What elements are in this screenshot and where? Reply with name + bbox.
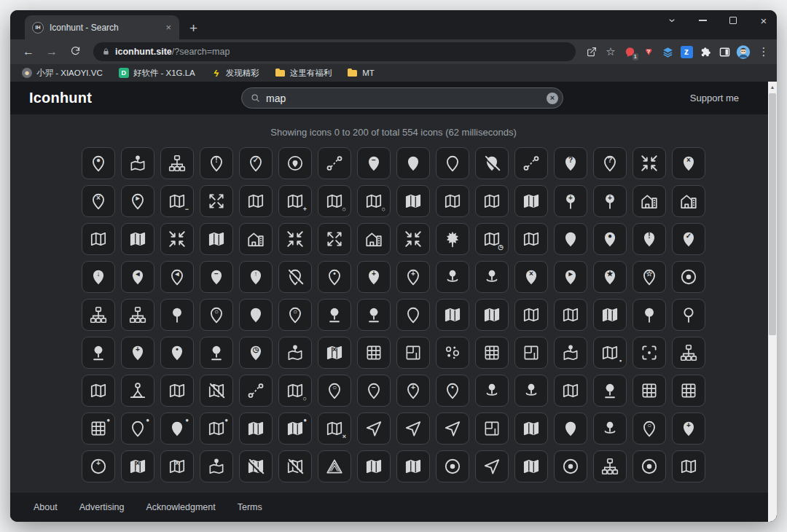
icon-tile-circle-plus[interactable]: +: [82, 450, 115, 482]
icon-tile-map-bookmark[interactable]: ▪: [593, 337, 627, 369]
icon-tile-arrows-minimize[interactable]: [160, 223, 194, 255]
icon-tile-pins-pair[interactable]: [239, 375, 273, 407]
icon-tile-floor-plan-filled[interactable]: [514, 337, 548, 369]
icon-tile-pin-star-filled[interactable]: ★: [593, 261, 627, 293]
icon-tile-pin-ring[interactable]: ○: [318, 375, 351, 407]
icon-tile-house-map[interactable]: [672, 185, 705, 217]
icon-tile-pin-left-filled[interactable]: ◂: [121, 261, 154, 293]
icon-tile-pin-plus-filled[interactable]: +: [357, 261, 391, 293]
browser-menu-icon[interactable]: ⋮: [756, 44, 771, 59]
search-bar[interactable]: ×: [241, 87, 563, 109]
icon-tile-treasure-map[interactable]: ×: [318, 337, 351, 369]
icon-tile-route-dots[interactable]: [514, 147, 548, 179]
icon-tile-pin-down[interactable]: ↓: [82, 261, 115, 293]
icon-tile-pin-solid[interactable]: [239, 299, 273, 331]
icon-tile-route-curve[interactable]: [436, 412, 469, 445]
icon-tile-target-rings[interactable]: [436, 450, 469, 482]
icon-tile-pin-x-filled[interactable]: ×: [672, 147, 705, 179]
reload-button[interactable]: [66, 45, 85, 59]
icon-tile-pin-check-filled[interactable]: ✓: [672, 223, 705, 255]
icon-tile-map-search[interactable]: ○: [318, 185, 351, 217]
tab-search-chevron-icon[interactable]: [666, 15, 678, 26]
icon-tile-pin-plus-bold[interactable]: +: [672, 412, 705, 445]
icon-tile-circle-dot-alt[interactable]: [633, 450, 666, 482]
icon-tile-sitemap-filled[interactable]: [82, 299, 115, 331]
extension-layers-icon[interactable]: [660, 44, 675, 59]
icon-tile-map-search-outline[interactable]: ○: [357, 185, 391, 217]
icon-tile-map-folded-filled[interactable]: [436, 299, 469, 331]
icon-tile-pin-large-filled[interactable]: [554, 412, 587, 445]
icon-tile-trifold-map[interactable]: [82, 375, 115, 407]
icon-tile-pin-plus[interactable]: +: [396, 261, 430, 293]
icon-tile-pin-exclamation[interactable]: !: [200, 147, 233, 179]
bookmark-item-4[interactable]: 这里有福利: [275, 68, 332, 79]
clear-search-icon[interactable]: ×: [547, 93, 558, 104]
icon-tile-map-solid-alt[interactable]: [396, 450, 430, 482]
forward-button[interactable]: →: [42, 45, 61, 58]
extension-heart-icon[interactable]: ♥?: [641, 44, 656, 59]
icon-tile-building-calendar[interactable]: [357, 337, 391, 369]
footer-link-advertising[interactable]: Advertising: [79, 502, 125, 512]
browser-tab[interactable]: IH Iconhunt - Search ×: [25, 15, 179, 39]
icon-tile-floor-plan[interactable]: [396, 337, 430, 369]
icon-tile-map-thin[interactable]: [514, 299, 548, 331]
icon-tile-map-search-alt[interactable]: ○: [278, 375, 312, 407]
icon-tile-mountain-trail[interactable]: [318, 450, 351, 482]
icon-tile-map-off-outline[interactable]: [278, 450, 312, 482]
icon-tile-house-building[interactable]: [357, 223, 391, 255]
icon-tile-person-location[interactable]: [121, 375, 154, 407]
icon-tile-pin-remove[interactable]: −: [357, 375, 391, 407]
icon-tile-flow-blocks[interactable]: [672, 337, 705, 369]
icon-tile-map-pin-outline[interactable]: [278, 337, 312, 369]
icon-tile-pin-question-filled[interactable]: ?: [554, 147, 587, 179]
icon-tile-balloon-base[interactable]: [82, 337, 115, 369]
icon-tile-pin-exclamation-filled[interactable]: !: [633, 223, 666, 255]
icon-tile-pin-notify-filled[interactable]: ●: [160, 412, 194, 445]
icon-tile-pin-user-filled[interactable]: ●: [593, 223, 627, 255]
icon-tile-arrows-minimize-alt[interactable]: [278, 223, 312, 255]
icon-tile-trifold-outline[interactable]: [672, 450, 705, 482]
extension-red-icon[interactable]: 1: [622, 44, 637, 59]
icon-tile-window-grid-filled[interactable]: [672, 375, 705, 407]
icon-tile-anchor-pin[interactable]: [475, 375, 509, 407]
icon-tile-map-outline[interactable]: [475, 185, 509, 217]
icon-tile-map-alt[interactable]: [436, 185, 469, 217]
lock-icon[interactable]: [102, 47, 110, 56]
icon-tile-pin-x[interactable]: ×: [82, 185, 115, 217]
icon-tile-navigation[interactable]: [357, 412, 391, 445]
icon-tile-map-pin-alt[interactable]: [200, 450, 233, 482]
scrollbar-thumb[interactable]: [769, 93, 776, 335]
icon-tile-pin-stand-filled[interactable]: [318, 299, 351, 331]
icon-tile-map-fold-outline[interactable]: [554, 375, 587, 407]
icon-tile-arrows-minimize-b[interactable]: [396, 223, 430, 255]
icon-tile-pin-check[interactable]: ✓: [239, 147, 273, 179]
side-panel-icon[interactable]: [717, 44, 732, 59]
search-input[interactable]: [266, 93, 541, 104]
icon-tile-pin-dot[interactable]: •: [318, 261, 351, 293]
share-icon[interactable]: [584, 44, 599, 59]
extensions-puzzle-icon[interactable]: [698, 44, 713, 59]
icon-tile-sitemap-right[interactable]: [160, 147, 194, 179]
icon-tile-map-notify[interactable]: ●: [200, 412, 233, 445]
scrollbar-up-arrow-icon[interactable]: ▲: [768, 82, 777, 93]
icon-tile-pin-circle[interactable]: ○: [200, 299, 233, 331]
icon-tile-pin-wave-filled[interactable]: [396, 147, 430, 179]
icon-tile-window-grid[interactable]: [633, 375, 666, 407]
footer-link-about[interactable]: About: [34, 502, 58, 512]
icon-tile-balloon-filled[interactable]: [633, 299, 666, 331]
footer-link-acknowledgment[interactable]: Acknowledgment: [146, 502, 216, 512]
tab-close-icon[interactable]: ×: [163, 22, 173, 33]
icon-tile-pin-off[interactable]: [278, 261, 312, 293]
icon-tile-bubble-pin-plus-filled[interactable]: +: [554, 185, 587, 217]
icon-tile-map-fold-filled-alt[interactable]: [200, 223, 233, 255]
icon-tile-pin-notify[interactable]: ●: [121, 412, 154, 445]
icon-tile-pin-add[interactable]: +: [396, 375, 430, 407]
bookmark-item-5[interactable]: MT: [348, 68, 375, 78]
icon-tile-map-folded-solid[interactable]: [514, 412, 548, 445]
icon-tile-pin-stand-alt[interactable]: [593, 375, 627, 407]
support-me-link[interactable]: Support me: [690, 93, 739, 103]
icon-tile-anchor-pin-alt[interactable]: [514, 375, 548, 407]
icon-tile-map-zigzag[interactable]: [554, 299, 587, 331]
icon-tile-maple-leaf[interactable]: [436, 223, 469, 255]
icon-tile-map-filled-alt[interactable]: [514, 185, 548, 217]
